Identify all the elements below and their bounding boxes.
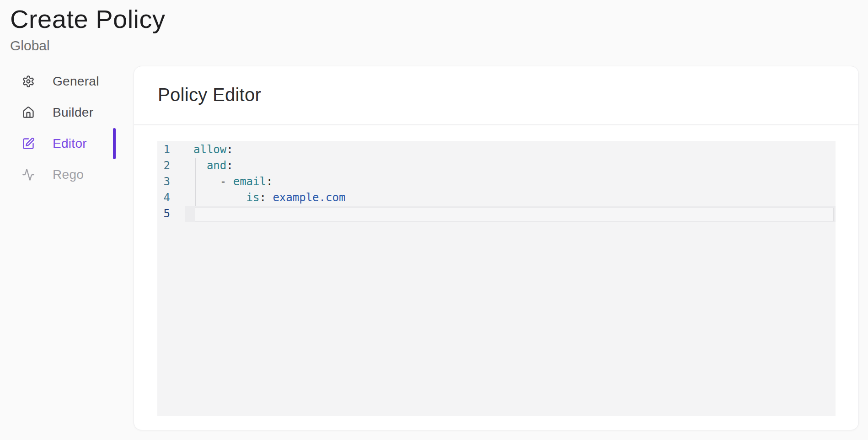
code-line: 5 bbox=[157, 206, 836, 222]
code-token: : bbox=[260, 191, 266, 204]
code-line: 1 allow: bbox=[157, 142, 836, 158]
code-line: 3 - email: bbox=[157, 174, 836, 190]
code-token bbox=[193, 175, 220, 188]
card-title: Policy Editor bbox=[158, 85, 261, 105]
code-line: 2 and: bbox=[157, 158, 836, 174]
code-token: : bbox=[226, 159, 233, 172]
line-content: and: bbox=[185, 158, 836, 174]
line-number: 3 bbox=[157, 174, 185, 190]
code-token: : bbox=[226, 143, 233, 156]
sidebar-item-label: General bbox=[53, 74, 99, 89]
line-number: 4 bbox=[157, 190, 185, 206]
code-token bbox=[193, 191, 246, 204]
code-token: is bbox=[246, 191, 260, 204]
code-token bbox=[193, 159, 207, 172]
settings-icon bbox=[22, 75, 35, 88]
line-number: 2 bbox=[157, 158, 185, 174]
policy-editor-card: Policy Editor 1 allow: 2 and: 3 - email:… bbox=[134, 66, 859, 430]
edit-icon bbox=[22, 137, 35, 150]
active-indicator-bar bbox=[113, 128, 116, 159]
code-lines: 1 allow: 2 and: 3 - email: 4 is: example… bbox=[157, 142, 836, 222]
content-area: General Builder bbox=[10, 66, 859, 430]
line-content bbox=[185, 206, 836, 222]
code-token: - bbox=[220, 175, 226, 188]
code-editor[interactable]: 1 allow: 2 and: 3 - email: 4 is: example… bbox=[157, 141, 836, 416]
code-token: allow bbox=[193, 143, 226, 156]
code-line: 4 is: example.com bbox=[157, 190, 836, 206]
sidebar-item-rego[interactable]: Rego bbox=[10, 159, 116, 190]
code-token bbox=[226, 175, 233, 188]
sidebar-item-builder[interactable]: Builder bbox=[10, 97, 116, 128]
line-content: is: example.com bbox=[185, 190, 836, 206]
line-number: 5 bbox=[157, 206, 185, 222]
sidebar-item-general[interactable]: General bbox=[10, 66, 116, 97]
create-policy-page: Create Policy Global General bbox=[0, 0, 868, 440]
line-number: 1 bbox=[157, 142, 185, 158]
sidebar-item-label: Builder bbox=[53, 105, 93, 120]
page-subtitle: Global bbox=[10, 38, 859, 54]
line-content: allow: bbox=[185, 142, 836, 158]
card-header: Policy Editor bbox=[134, 66, 858, 125]
code-token bbox=[266, 191, 273, 204]
sidebar-item-label: Editor bbox=[53, 136, 87, 151]
home-icon bbox=[22, 106, 35, 119]
cursor-line-box bbox=[195, 208, 834, 221]
code-token: email bbox=[233, 175, 266, 188]
sidebar-item-label: Rego bbox=[53, 167, 84, 182]
code-token: and bbox=[207, 159, 226, 172]
activity-icon bbox=[22, 168, 35, 181]
sidebar: General Builder bbox=[10, 66, 116, 190]
page-title: Create Policy bbox=[10, 5, 859, 34]
code-token: : bbox=[266, 175, 273, 188]
code-token: example.com bbox=[273, 191, 345, 204]
sidebar-item-editor[interactable]: Editor bbox=[10, 128, 116, 159]
line-content: - email: bbox=[185, 174, 836, 190]
card-body: 1 allow: 2 and: 3 - email: 4 is: example… bbox=[134, 125, 858, 416]
